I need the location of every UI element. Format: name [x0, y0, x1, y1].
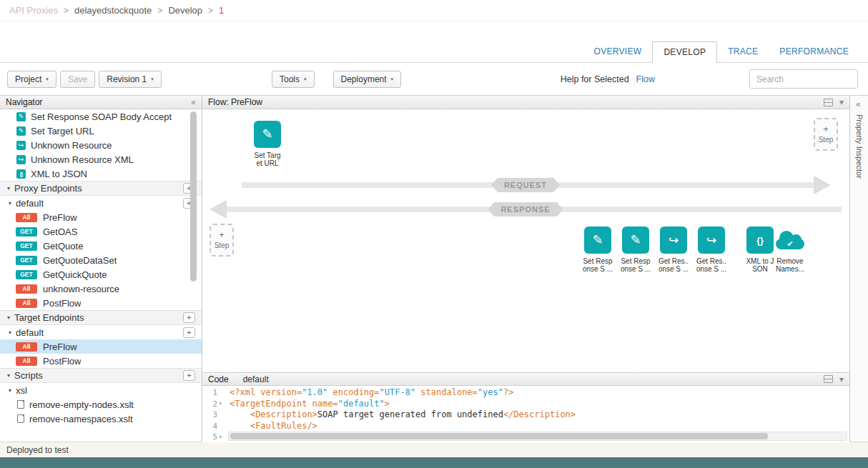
navigator-policy-set-response-soap-body-accept[interactable]: ✎Set Response SOAP Body Accept — [0, 109, 202, 124]
token: <FaultRules/> — [250, 421, 317, 431]
line-number: 4 — [212, 421, 217, 432]
tab-trace[interactable]: TRACE — [717, 41, 769, 62]
flow-step-set-resp-onse-s[interactable]: ✎Set Response S ... — [616, 226, 656, 273]
tools-menu-label: Tools — [280, 74, 300, 84]
code-fold-toggle[interactable]: ▾ — [219, 401, 225, 407]
flow-step-get-res-onse-s[interactable]: ↪Get Res..onse S ... — [691, 226, 731, 273]
code-panel: Code default ▾ 1<?xml version="1.0" enco… — [202, 372, 849, 442]
breadcrumb-separator: > — [208, 6, 213, 16]
property-inspector-label: Property Inspector — [855, 114, 864, 179]
add-step-button-response[interactable]: + Step — [209, 224, 234, 257]
deployment-menu-button[interactable]: Deployment ▾ — [333, 71, 402, 88]
toggle-layout-icon[interactable] — [824, 99, 833, 106]
breadcrumb-item-1[interactable]: 1 — [219, 5, 224, 16]
navigator-section-proxy-endpoints[interactable]: ▾Proxy Endpoints+ — [0, 181, 202, 196]
toggle-layout-icon[interactable] — [824, 375, 833, 383]
expand-property-inspector-icon[interactable]: « — [856, 99, 861, 109]
response-badge: RESPONSE — [488, 202, 563, 216]
token: "yes" — [478, 387, 503, 397]
token: ?> — [503, 387, 513, 397]
line-number-gutter: 2▾ — [202, 399, 227, 410]
flow-step-set-resp-onse-s[interactable]: ✎Set Response S ... — [578, 226, 618, 273]
navigator-section-scripts[interactable]: ▾Scripts+ — [0, 368, 202, 383]
token: > — [385, 399, 390, 409]
flow-step-remove-names[interactable]: ✔RemoveNames... — [770, 226, 810, 273]
tools-menu-button[interactable]: Tools ▾ — [272, 71, 315, 88]
status-bar: Deployed to test — [0, 442, 868, 457]
tab-overview[interactable]: OVERVIEW — [583, 41, 653, 62]
flow-step-get-res-onse-s[interactable]: ↪Get Res..onse S ... — [654, 226, 694, 273]
section-title: Proxy Endpoints — [14, 183, 82, 194]
line-number: 2 — [212, 399, 217, 410]
navigator-group-xsl[interactable]: ▾xsl — [0, 383, 202, 397]
flow-step-set-targ-et-url[interactable]: ✎Set Target URL — [247, 121, 287, 167]
response-arrow-icon — [209, 200, 227, 219]
navigator-item-postflow[interactable]: AllPostFlow — [0, 296, 202, 310]
navigator-item-getoas[interactable]: GETGetOAS — [0, 224, 202, 239]
code-fold-toggle[interactable]: ▾ — [219, 434, 225, 440]
tab-develop[interactable]: DEVELOP — [652, 41, 717, 63]
navigator-policy-unknown-resource[interactable]: ↪Unknown Resource — [0, 138, 202, 152]
save-button[interactable]: Save — [60, 71, 95, 88]
method-badge: GET — [16, 227, 37, 237]
revision-menu-button[interactable]: Revision 1 ▾ — [99, 71, 162, 88]
method-badge: All — [16, 213, 37, 222]
policy-label: Set Response SOAP Body Accept — [31, 111, 172, 122]
item-label: PostFlow — [43, 356, 81, 367]
item-label: GetQuoteDataSet — [43, 255, 117, 266]
search-input[interactable] — [749, 69, 858, 89]
code-endpoint-name: default — [243, 374, 269, 384]
navigator-group-default[interactable]: ▾default+ — [0, 196, 202, 210]
add-step-button-request[interactable]: + Step — [814, 118, 838, 151]
group-title: default — [16, 327, 44, 338]
breadcrumb-item-delayedstockquote[interactable]: delayedstockquote — [74, 5, 152, 16]
breadcrumb: API Proxies>delayedstockquote>Develop>1 — [0, 0, 868, 21]
navigator-item-preflow[interactable]: AllPreFlow — [0, 210, 202, 224]
bottom-bar — [0, 457, 868, 468]
collapse-code-panel-icon[interactable]: ▾ — [839, 375, 844, 384]
caret-down-icon: ▾ — [151, 76, 154, 81]
navigator-item-getquote[interactable]: GETGetQuote — [0, 239, 202, 253]
token: "1.0" — [302, 387, 327, 397]
item-label: PreFlow — [43, 212, 77, 223]
item-label: unknown-resource — [43, 284, 119, 294]
add-icon: + — [219, 231, 225, 239]
navigator-scrollbar-thumb[interactable] — [190, 111, 197, 282]
breadcrumb-item-api-proxies[interactable]: API Proxies — [9, 5, 58, 16]
navigator-item-getquotedataset[interactable]: GETGetQuoteDataSet — [0, 253, 202, 267]
breadcrumb-separator: > — [157, 6, 162, 16]
project-menu-button[interactable]: Project ▾ — [7, 71, 56, 88]
navigator-policy-xml-to-json[interactable]: {}XML to JSON — [0, 166, 202, 181]
policy-label: Unknown Resource — [31, 140, 112, 151]
navigator-item-postflow[interactable]: AllPostFlow — [0, 354, 202, 368]
navigator-item-preflow[interactable]: AllPreFlow — [0, 339, 202, 354]
line-number-gutter: 3 — [202, 409, 227, 421]
collapse-flow-panel-icon[interactable]: ▾ — [839, 98, 844, 106]
add-scripts-button[interactable]: + — [183, 370, 195, 381]
method-badge: All — [16, 342, 37, 352]
navigator-item-getquickquote[interactable]: GETGetQuickQuote — [0, 267, 202, 282]
flow-panel: Flow: PreFlow ▾ + Step REQUEST RESPONSE — [202, 96, 849, 442]
code-text: <Description>SOAP target generated from … — [227, 409, 576, 421]
policy-label: Set Target URL — [31, 126, 94, 136]
flow-step-label: Set Response S ... — [583, 257, 613, 273]
tab-performance[interactable]: PERFORMANCE — [769, 41, 859, 62]
code-panel-header: Code default ▾ — [202, 373, 849, 386]
navigator-item-unknown-resource[interactable]: Allunknown-resource — [0, 282, 202, 296]
method-badge: GET — [16, 256, 37, 265]
add-target-endpoints-button[interactable]: + — [183, 312, 195, 323]
help-flow-link[interactable]: Flow — [636, 74, 655, 84]
navigator-group-default[interactable]: ▾default+ — [0, 325, 202, 339]
navigator-section-target-endpoints[interactable]: ▾Target Endpoints+ — [0, 310, 202, 325]
add-default-item-button[interactable]: + — [183, 327, 195, 338]
code-text: <FaultRules/> — [227, 421, 317, 432]
flow-title: Flow: PreFlow — [208, 97, 262, 107]
token: standalone= — [415, 387, 478, 397]
collapse-navigator-icon[interactable]: « — [191, 98, 196, 106]
navigator-item-remove-empty-nodes-xslt[interactable]: remove-empty-nodes.xslt — [0, 397, 202, 412]
navigator-item-remove-namespaces-xslt[interactable]: remove-namespaces.xslt — [0, 412, 202, 426]
breadcrumb-item-develop[interactable]: Develop — [168, 5, 202, 16]
navigator-policy-set-target-url[interactable]: ✎Set Target URL — [0, 124, 202, 138]
code-horizontal-scrollbar-thumb[interactable] — [230, 433, 768, 439]
navigator-policy-unknown-resource-xml[interactable]: ↪Unknown Resource XML — [0, 152, 202, 166]
